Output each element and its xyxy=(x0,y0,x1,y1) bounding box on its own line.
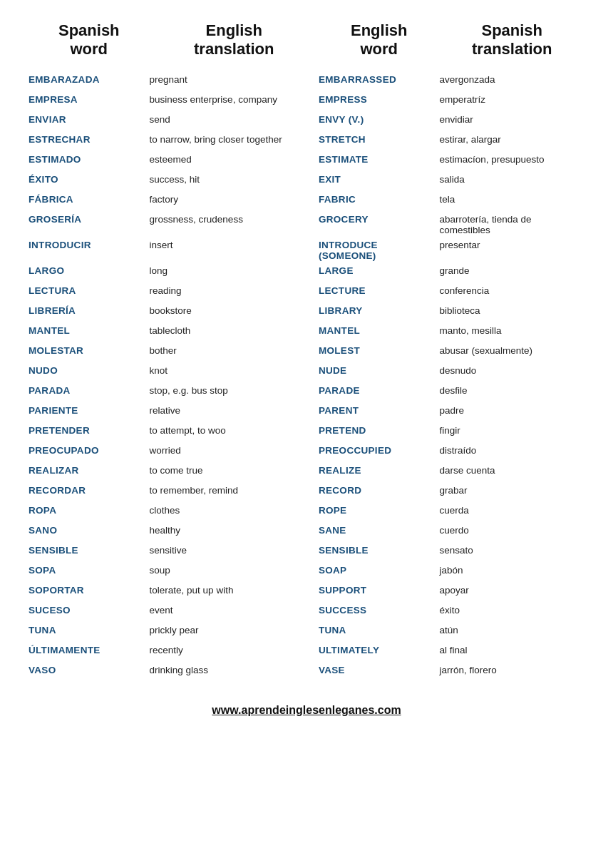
spanish-translation: avergonzada xyxy=(440,74,584,85)
english-translation: bother xyxy=(150,345,319,356)
english-word: EXIT xyxy=(319,174,440,185)
spanish-translation: envidiar xyxy=(440,114,584,125)
english-translation: soup xyxy=(150,565,319,576)
english-word: PREOCCUPIED xyxy=(319,445,440,456)
spanish-word: PARADA xyxy=(29,385,150,396)
spanish-translation: desnudo xyxy=(440,365,584,376)
table-row: EMBARAZADA pregnant EMBARRASSED avergonz… xyxy=(29,72,584,92)
table-row: SOPA soup SOAP jabón xyxy=(29,563,584,583)
english-translation: recently xyxy=(150,645,319,655)
english-word: PRETEND xyxy=(319,425,440,436)
spanish-translation: distraído xyxy=(440,445,584,456)
english-word: EMPRESS xyxy=(319,94,440,105)
spanish-translation: abusar (sexualmente) xyxy=(440,345,584,356)
spanish-word: SUCESO xyxy=(29,605,150,616)
english-word: SOAP xyxy=(319,565,440,576)
english-translation: grossness, crudeness xyxy=(150,214,319,225)
spanish-translation: tela xyxy=(440,194,584,205)
spanish-word: INTRODUCIR xyxy=(29,240,150,250)
english-word: RECORD xyxy=(319,485,440,496)
spanish-translation: atún xyxy=(440,625,584,635)
spanish-translation: éxito xyxy=(440,605,584,616)
table-row: SUCESO event SUCCESS éxito xyxy=(29,603,584,623)
english-translation: relative xyxy=(150,405,319,416)
spanish-translation: abarrotería, tienda de comestibles xyxy=(440,214,584,235)
spanish-word: ENVIAR xyxy=(29,114,150,125)
english-translation: reading xyxy=(150,285,319,296)
english-translation: to narrow, bring closer together xyxy=(150,134,319,145)
table-row: NUDO knot NUDE desnudo xyxy=(29,363,584,383)
english-translation: clothes xyxy=(150,505,319,516)
spanish-translation: cuerdo xyxy=(440,525,584,536)
spanish-word: EMPRESA xyxy=(29,94,150,105)
spanish-translation: padre xyxy=(440,405,584,416)
table-row: PARADA stop, e.g. bus stop PARADE desfil… xyxy=(29,383,584,403)
spanish-translation: salida xyxy=(440,174,584,185)
header-row: Spanishword Englishtranslation Englishwo… xyxy=(29,21,584,59)
english-word: MOLEST xyxy=(319,345,440,356)
table-row: MOLESTAR bother MOLEST abusar (sexualmen… xyxy=(29,343,584,363)
english-translation: event xyxy=(150,605,319,616)
english-word: NUDE xyxy=(319,365,440,376)
table-row: ÉXITO success, hit EXIT salida xyxy=(29,172,584,192)
table-row: SANO healthy SANE cuerdo xyxy=(29,523,584,543)
spanish-word: VASO xyxy=(29,665,150,675)
table-row: LECTURA reading LECTURE conferencia xyxy=(29,283,584,303)
table-row: PRETENDER to attempt, to woo PRETEND fin… xyxy=(29,423,584,443)
english-translation: sensitive xyxy=(150,545,319,556)
spanish-translation: presentar xyxy=(440,240,584,250)
english-translation: business enterprise, company xyxy=(150,94,319,105)
english-word: LIBRARY xyxy=(319,305,440,316)
english-word: GROCERY xyxy=(319,214,440,225)
table-row: EMPRESA business enterprise, company EMP… xyxy=(29,92,584,112)
spanish-word: PRETENDER xyxy=(29,425,150,436)
english-translation: to remember, remind xyxy=(150,485,319,496)
spanish-translation: jarrón, florero xyxy=(440,665,584,675)
spanish-translation: darse cuenta xyxy=(440,465,584,476)
english-translation: success, hit xyxy=(150,174,319,185)
english-word: STRETCH xyxy=(319,134,440,145)
spanish-word: NUDO xyxy=(29,365,150,376)
table-row: PARIENTE relative PARENT padre xyxy=(29,403,584,423)
spanish-translation: cuerda xyxy=(440,505,584,516)
table-row: PREOCUPADO worried PREOCCUPIED distraído xyxy=(29,443,584,463)
english-translation: long xyxy=(150,265,319,276)
english-word: VASE xyxy=(319,665,440,675)
spanish-translation: al final xyxy=(440,645,584,655)
table-row: SOPORTAR tolerate, put up with SUPPORT a… xyxy=(29,583,584,603)
table-row: ESTRECHAR to narrow, bring closer togeth… xyxy=(29,132,584,152)
spanish-word: PREOCUPADO xyxy=(29,445,150,456)
spanish-translation: estimacíon, presupuesto xyxy=(440,154,584,165)
spanish-translation: grande xyxy=(440,265,584,276)
spanish-translation: desfile xyxy=(440,385,584,396)
english-word: MANTEL xyxy=(319,325,440,336)
footer: www.aprendeinglesenleganes.com xyxy=(29,704,584,717)
spanish-word: ROPA xyxy=(29,505,150,516)
spanish-word: LIBRERÍA xyxy=(29,305,150,316)
table-row: INTRODUCIR insert INTRODUCE (someone) pr… xyxy=(29,238,584,263)
spanish-word: ÉXITO xyxy=(29,174,150,185)
spanish-word: ÚLTIMAMENTE xyxy=(29,645,150,655)
spanish-translation: estirar, alargar xyxy=(440,134,584,145)
table-body: EMBARAZADA pregnant EMBARRASSED avergonz… xyxy=(29,72,584,683)
spanish-word: LARGO xyxy=(29,265,150,276)
english-word: ESTIMATE xyxy=(319,154,440,165)
spanish-word: ESTIMADO xyxy=(29,154,150,165)
spanish-word: REALIZAR xyxy=(29,465,150,476)
table-row: LARGO long LARGE grande xyxy=(29,263,584,283)
english-word: PARADE xyxy=(319,385,440,396)
header-english-translation: Englishtranslation xyxy=(150,21,319,59)
english-translation: tablecloth xyxy=(150,325,319,336)
spanish-translation: emperatríz xyxy=(440,94,584,105)
spanish-word: EMBARAZADA xyxy=(29,74,150,85)
english-word: SANE xyxy=(319,525,440,536)
table-row: ENVIAR send ENVY (v.) envidiar xyxy=(29,112,584,132)
spanish-translation: conferencia xyxy=(440,285,584,296)
english-translation: stop, e.g. bus stop xyxy=(150,385,319,396)
english-word: TUNA xyxy=(319,625,440,635)
spanish-word: RECORDAR xyxy=(29,485,150,496)
english-word: SENSIBLE xyxy=(319,545,440,556)
spanish-word: SOPORTAR xyxy=(29,585,150,596)
spanish-word: MOLESTAR xyxy=(29,345,150,356)
spanish-translation: sensato xyxy=(440,545,584,556)
